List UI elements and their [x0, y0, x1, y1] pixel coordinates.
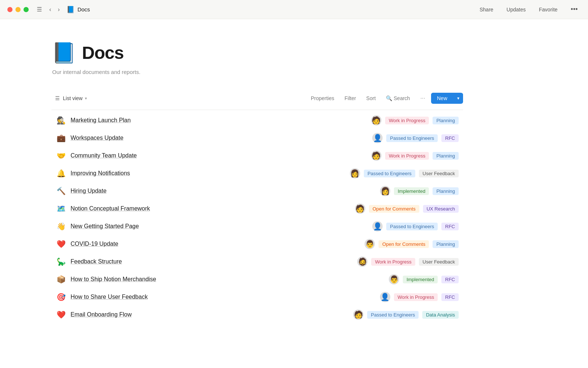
item-title: Community Team Update — [71, 152, 371, 159]
properties-button[interactable]: Properties — [306, 93, 339, 103]
list-item[interactable]: 🤝 Community Team Update 🧑 Work in Progre… — [51, 147, 463, 164]
favorite-button[interactable]: Favorite — [536, 5, 561, 14]
tag-badge: User Feedback — [419, 170, 459, 177]
sort-button[interactable]: Sort — [362, 93, 380, 103]
item-meta: 🧑 Passed to Engineers Data Analysis — [353, 309, 459, 320]
titlebar-title: Docs — [78, 6, 477, 13]
list-item[interactable]: 🎯 How to Share User Feedback 👤 Work in P… — [51, 288, 463, 306]
more-options-button[interactable]: ••• — [568, 4, 581, 15]
tag-badge: Planning — [433, 187, 459, 195]
item-emoji: 💼 — [56, 134, 66, 142]
search-label: Search — [394, 95, 410, 101]
titlebar-actions: Share Updates Favorite ••• — [477, 4, 581, 15]
avatar: 🧑 — [353, 309, 363, 320]
item-emoji: 🎯 — [56, 293, 66, 301]
item-title: How to Ship Notion Merchandise — [71, 276, 389, 283]
status-badge: Open for Comments — [369, 205, 419, 213]
list-item[interactable]: 👋 New Getting Started Page 👤 Passed to E… — [51, 217, 463, 235]
list-item[interactable]: ❤️ Email Onboarding Flow 🧑 Passed to Eng… — [51, 306, 463, 323]
avatar: 👨 — [389, 274, 399, 284]
item-emoji: 🗺️ — [56, 204, 66, 213]
titlebar-page-icon: 📘 — [67, 6, 75, 14]
avatar: 👤 — [372, 133, 383, 143]
item-title: Improving Notifications — [71, 170, 350, 177]
tag-badge: Data Analysis — [422, 311, 459, 319]
item-meta: 👤 Passed to Engineers RFC — [372, 133, 459, 143]
filter-button[interactable]: Filter — [340, 93, 360, 103]
item-emoji: ❤️ — [56, 310, 66, 319]
item-meta: 👩 Passed to Engineers User Feedback — [350, 168, 459, 178]
list-item[interactable]: 🕵️ Marketing Launch Plan 🧑 Work in Progr… — [51, 112, 463, 129]
list-item[interactable]: 💼 Workspaces Update 👤 Passed to Engineer… — [51, 129, 463, 147]
status-badge: Work in Progress — [385, 152, 429, 160]
toolbar-controls: Properties Filter Sort 🔍 Search ··· — [306, 93, 430, 104]
tag-badge: UX Research — [423, 205, 459, 213]
tag-badge: Planning — [433, 117, 459, 124]
item-title: How to Share User Feedback — [71, 294, 380, 300]
list-item[interactable]: 🔔 Improving Notifications 👩 Passed to En… — [51, 164, 463, 182]
item-meta: 👨 Implemented RFC — [389, 274, 459, 284]
page-title-row: 📘 Docs — [51, 41, 463, 64]
back-button[interactable]: ‹ — [47, 5, 53, 14]
item-meta: 👩 Implemented Planning — [380, 186, 459, 196]
status-badge: Passed to Engineers — [364, 170, 415, 177]
list-divider — [51, 110, 463, 110]
status-badge: Implemented — [394, 187, 429, 195]
item-title: Feedback Structure — [71, 258, 357, 265]
tag-badge: RFC — [441, 293, 459, 301]
list-item[interactable]: ❤️ COVID-19 Update 👨 Open for Comments P… — [51, 235, 463, 253]
status-badge: Work in Progress — [394, 293, 438, 301]
item-meta: 🧑 Work in Progress Planning — [371, 115, 459, 125]
minimize-button[interactable] — [15, 7, 21, 12]
list-toolbar: ☰ List view ▾ Properties Filter Sort 🔍 S… — [51, 90, 463, 107]
page-title: Docs — [82, 43, 123, 63]
item-title: Marketing Launch Plan — [71, 117, 371, 124]
main-content: 📘 Docs Our internal documents and report… — [0, 19, 514, 338]
list-item[interactable]: 🗺️ Notion Conceptual Framework 🧑 Open fo… — [51, 200, 463, 217]
item-emoji: 🕵️ — [56, 116, 66, 125]
updates-button[interactable]: Updates — [503, 5, 528, 14]
fullscreen-button[interactable] — [24, 7, 29, 12]
traffic-lights — [7, 7, 29, 12]
item-emoji: 🤝 — [56, 151, 66, 160]
item-meta: 🧑 Work in Progress Planning — [371, 151, 459, 161]
nav-buttons: ‹ › — [47, 5, 62, 14]
list-item[interactable]: 📦 How to Ship Notion Merchandise 👨 Imple… — [51, 270, 463, 288]
avatar: 👩 — [380, 186, 390, 196]
new-dropdown-button[interactable]: ▾ — [453, 93, 463, 103]
list-item[interactable]: 🔨 Hiring Update 👩 Implemented Planning — [51, 182, 463, 200]
item-meta: 👤 Passed to Engineers RFC — [372, 221, 459, 231]
item-title: Notion Conceptual Framework — [71, 205, 355, 212]
item-emoji: 🔨 — [56, 187, 66, 195]
status-badge: Open for Comments — [379, 240, 429, 248]
tag-badge: RFC — [441, 223, 459, 230]
share-button[interactable]: Share — [477, 5, 496, 14]
item-title: Workspaces Update — [71, 135, 372, 141]
list-view-icon: ☰ — [55, 95, 60, 101]
items-list: 🕵️ Marketing Launch Plan 🧑 Work in Progr… — [51, 112, 463, 323]
toolbar-more-button[interactable]: ··· — [416, 93, 430, 104]
forward-button[interactable]: › — [55, 5, 62, 14]
item-emoji: 🦕 — [56, 257, 66, 266]
search-button[interactable]: 🔍 Search — [381, 93, 414, 103]
avatar: 👨 — [365, 239, 375, 249]
avatar: 👤 — [380, 292, 390, 302]
item-title: Email Onboarding Flow — [71, 311, 353, 318]
sidebar-toggle-button[interactable]: ☰ — [35, 4, 44, 14]
new-main-button[interactable]: New — [431, 93, 453, 104]
list-item[interactable]: 🦕 Feedback Structure 🧔 Work in Progress … — [51, 253, 463, 270]
status-badge: Implemented — [403, 276, 438, 283]
view-selector[interactable]: ☰ List view ▾ — [51, 93, 91, 103]
page-subtitle: Our internal documents and reports. — [52, 69, 463, 75]
avatar: 👤 — [372, 221, 383, 231]
item-emoji: ❤️ — [56, 240, 66, 248]
close-button[interactable] — [7, 7, 12, 12]
view-label: List view — [63, 95, 83, 101]
tag-badge: RFC — [441, 134, 459, 142]
status-badge: Passed to Engineers — [386, 223, 438, 230]
tag-badge: RFC — [441, 276, 459, 283]
avatar: 🧑 — [355, 204, 365, 214]
item-meta: 🧑 Open for Comments UX Research — [355, 204, 459, 214]
avatar: 🧑 — [371, 151, 381, 161]
new-button-wrapper: New ▾ — [431, 93, 463, 104]
